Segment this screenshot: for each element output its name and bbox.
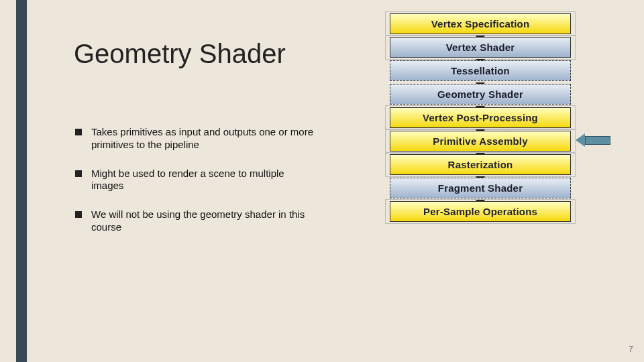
bullet-marker-icon	[75, 170, 82, 177]
pipeline-stage: Per-Sample Operations	[390, 201, 571, 222]
accent-vertical-bar	[16, 0, 27, 362]
bullet-marker-icon	[75, 129, 82, 135]
bullet-text: Might be used to render a scene to multi…	[91, 168, 317, 193]
pipeline-stage: Fragment Shader	[390, 178, 571, 198]
pipeline-stage-label: Rasterization	[448, 159, 513, 170]
pipeline-stage-label: Per-Sample Operations	[423, 206, 537, 217]
page-number: 7	[629, 344, 633, 354]
pipeline-stage-label: Vertex Specification	[431, 18, 530, 29]
pipeline-stage: Vertex Specification	[390, 13, 571, 34]
pipeline-stage: Rasterization	[390, 154, 571, 175]
list-item: Takes primitives as input and outputs on…	[75, 126, 317, 152]
pipeline-stage-label: Primitive Assembly	[433, 135, 527, 147]
bullet-text: Takes primitives as input and outputs on…	[91, 126, 317, 152]
pipeline-stage-label: Vertex Shader	[446, 42, 515, 53]
pipeline-stage: Primitive Assembly	[390, 131, 571, 152]
list-item: Might be used to render a scene to multi…	[75, 168, 317, 193]
pipeline-stage-label: Fragment Shader	[438, 182, 523, 194]
pipeline-stage: Tessellation	[390, 60, 571, 81]
pipeline-stage-label: Vertex Post-Processing	[423, 112, 538, 123]
pointer-arrow-icon	[576, 133, 612, 147]
pipeline-stage-label: Geometry Shader	[437, 88, 523, 100]
page-title: Geometry Shader	[74, 39, 286, 69]
pipeline-stage: Vertex Shader	[390, 37, 571, 58]
pipeline-stage: Vertex Post-Processing	[390, 107, 571, 128]
pipeline-stage-label: Tessellation	[451, 65, 510, 76]
pipeline-diagram: Vertex SpecificationVertex ShaderTessell…	[385, 13, 576, 222]
list-item: We will not be using the geometry shader…	[75, 208, 317, 234]
bullet-list: Takes primitives as input and outputs on…	[75, 126, 317, 250]
bullet-text: We will not be using the geometry shader…	[91, 208, 317, 234]
pipeline-stage: Geometry Shader	[390, 84, 571, 105]
bullet-marker-icon	[75, 211, 82, 218]
